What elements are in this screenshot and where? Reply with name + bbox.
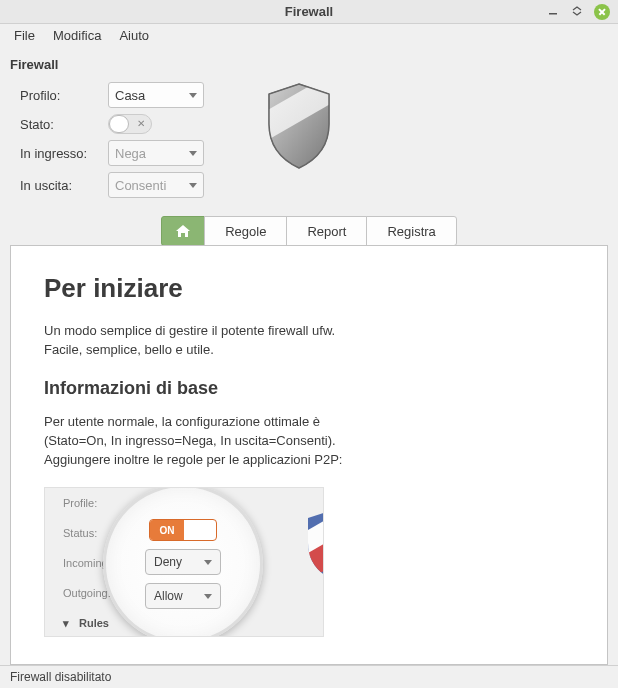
outgoing-label: In uscita:: [20, 178, 100, 193]
window-title: Firewall: [0, 4, 618, 19]
settings-row: Profilo: Casa Stato: ✕ In ingresso: Nega…: [10, 82, 608, 198]
home-panel[interactable]: Per iniziare Un modo semplice di gestire…: [14, 249, 604, 661]
incoming-value: Nega: [115, 146, 146, 161]
profile-value: Casa: [115, 88, 145, 103]
tab-rules[interactable]: Regole: [204, 216, 287, 246]
illus-on-toggle: ON: [149, 519, 217, 541]
close-button[interactable]: [594, 4, 610, 20]
profile-dropdown[interactable]: Casa: [108, 82, 204, 108]
tab-home[interactable]: [161, 216, 205, 246]
illustration-lens: ON Deny Allow: [103, 487, 263, 637]
section-title: Firewall: [10, 57, 608, 72]
svg-rect-0: [549, 13, 557, 15]
illus-deny-dropdown: Deny: [145, 549, 221, 575]
outgoing-dropdown[interactable]: Consenti: [108, 172, 204, 198]
outgoing-value: Consenti: [115, 178, 166, 193]
window-controls: [546, 4, 618, 20]
statusbar: Firewall disabilitato: [0, 665, 618, 688]
titlebar: Firewall: [0, 0, 618, 24]
maximize-button[interactable]: [570, 4, 584, 18]
content-area: Firewall Profilo: Casa Stato: ✕ In ingre…: [0, 47, 618, 665]
settings-grid: Profilo: Casa Stato: ✕ In ingresso: Nega…: [10, 82, 204, 198]
status-toggle[interactable]: ✕: [108, 114, 152, 134]
mini-shield-icon: [303, 508, 324, 583]
incoming-label: In ingresso:: [20, 146, 100, 161]
chevron-down-icon: [189, 151, 197, 156]
toggle-off-icon: ✕: [137, 118, 145, 129]
profile-label: Profilo:: [20, 88, 100, 103]
menubar: File Modifica Aiuto: [0, 24, 618, 47]
status-text: Firewall disabilitato: [10, 670, 111, 684]
panel-wrap: Per iniziare Un modo semplice di gestire…: [10, 245, 608, 665]
status-label: Stato:: [20, 117, 100, 132]
shield-icon: [264, 82, 334, 172]
intro-body: Un modo semplice di gestire il potente f…: [44, 322, 364, 360]
incoming-dropdown[interactable]: Nega: [108, 140, 204, 166]
toggle-knob: [109, 115, 129, 133]
illustration: Profile: Status: Incoming: Outgoing: ▾ R…: [44, 487, 324, 637]
illus-allow-dropdown: Allow: [145, 583, 221, 609]
chevron-down-icon: [189, 93, 197, 98]
menu-file[interactable]: File: [6, 24, 43, 47]
basics-body: Per utente normale, la configurazione ot…: [44, 413, 364, 470]
basics-heading: Informazioni di base: [44, 378, 574, 399]
menu-help[interactable]: Aiuto: [111, 24, 157, 47]
chevron-down-icon: [189, 183, 197, 188]
home-icon: [175, 224, 191, 238]
tab-report[interactable]: Report: [286, 216, 367, 246]
tab-log[interactable]: Registra: [366, 216, 456, 246]
minimize-button[interactable]: [546, 4, 560, 18]
intro-heading: Per iniziare: [44, 273, 574, 304]
tabs: Regole Report Registra: [10, 216, 608, 246]
menu-edit[interactable]: Modifica: [45, 24, 109, 47]
